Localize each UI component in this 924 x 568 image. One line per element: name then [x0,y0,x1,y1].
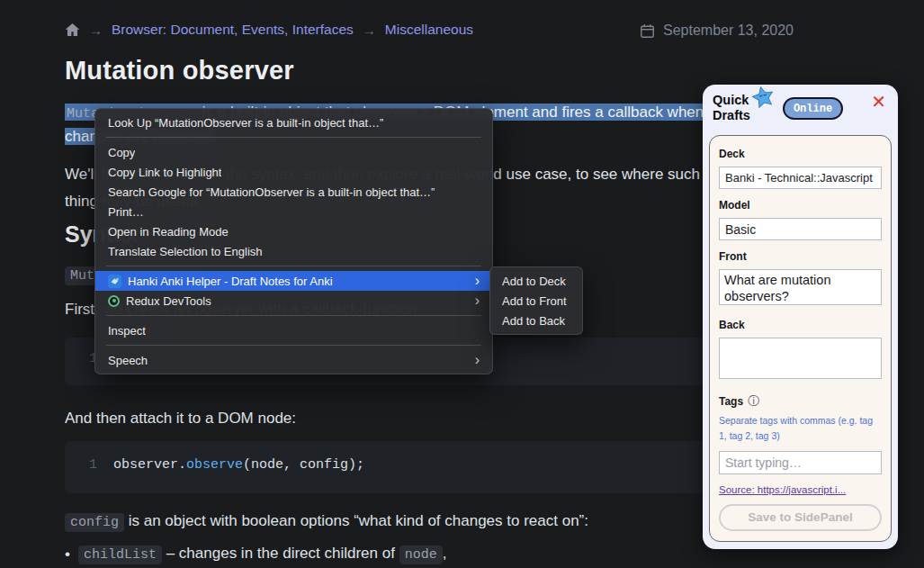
save-to-sidepanel-button[interactable]: Save to SidePanel [719,504,882,531]
quick-drafts-panel: Quick Drafts Online ✕ Deck Model Front W… [703,85,898,549]
menu-item-inspect[interactable]: Inspect [95,320,492,340]
code-line: observer.observe(node, config); [113,457,364,493]
tags-hint: Separate tags with commas (e.g. tag 1, t… [719,413,882,444]
panel-header: Quick Drafts Online ✕ [703,85,898,133]
menu-separator [106,137,481,138]
page: → Browser: Document, Events, Interfaces … [0,0,924,568]
hanki-anki-icon [108,275,121,288]
menu-item-hanki-anki-helper[interactable]: Hanki Anki Helper - Draft Notes for Anki… [95,271,492,291]
breadcrumb-arrow-icon: → [89,23,103,38]
menu-item-open-reading-mode[interactable]: Open in Reading Mode [95,221,492,241]
menu-item-copy[interactable]: Copy [95,142,492,162]
submenu-item-add-to-back[interactable]: Add to Back [490,311,582,330]
model-field[interactable] [719,218,882,240]
menu-item-speech[interactable]: Speech › [95,350,492,370]
bullet-icon: • [65,543,70,566]
chevron-right-icon: › [475,274,480,288]
menu-separator [106,266,481,266]
menu-item-redux-devtools[interactable]: Redux DevTools › [95,291,492,311]
menu-separator [106,345,481,346]
inline-code: node [399,545,443,564]
inline-code: childList [78,545,162,564]
list-item: • childList – changes in the direct chil… [65,542,732,567]
menu-item-search-google[interactable]: Search Google for “MutationObserver is a… [95,182,492,202]
submenu-item-add-to-front[interactable]: Add to Front [490,291,582,311]
front-label: Front [719,250,882,263]
publish-date: September 13, 2020 [640,23,794,39]
submenu-item-add-to-deck[interactable]: Add to Deck [490,271,582,291]
deck-label: Deck [719,148,882,160]
menu-item-look-up[interactable]: Look Up “MutationObserver is a built-in … [95,113,492,132]
context-menu: Look Up “MutationObserver is a built-in … [94,108,493,374]
tags-field[interactable] [719,451,882,474]
redux-devtools-icon [108,295,120,307]
breadcrumb-link-chapter[interactable]: Miscellaneous [385,22,473,38]
breadcrumb-arrow-icon: → [363,23,376,38]
close-icon[interactable]: ✕ [871,93,886,111]
menu-separator [106,315,481,316]
home-icon[interactable] [65,23,80,37]
publish-date-text: September 13, 2020 [663,23,794,39]
menu-item-translate-selection[interactable]: Translate Selection to English [95,241,492,261]
menu-item-print[interactable]: Print… [95,202,492,221]
breadcrumb: → Browser: Document, Events, Interfaces … [65,22,732,38]
calendar-icon [640,23,655,39]
line-number: 1 [77,457,97,493]
page-title: Mutation observer [65,56,732,86]
model-label: Model [719,199,882,212]
back-label: Back [719,319,882,331]
code-block: 1 observer.observe(node, config); [65,441,732,493]
paragraph: config is an object with boolean options… [65,509,732,535]
chevron-right-icon: › [475,293,480,308]
tags-label: Tags [719,395,743,408]
inline-code: config [65,513,124,532]
context-submenu: Add to Deck Add to Front Add to Back [489,266,583,335]
chevron-right-icon: › [475,353,480,367]
back-field[interactable] [719,338,882,379]
menu-item-copy-link-to-highlight[interactable]: Copy Link to Highlight [95,162,492,182]
draft-form: Deck Model Front What are mutation obser… [709,135,892,542]
paragraph: And then attach it to a DOM node: [65,407,732,430]
breadcrumb-link-section[interactable]: Browser: Document, Events, Interfaces [112,22,354,38]
deck-field[interactable] [719,167,882,189]
online-status-badge: Online [783,97,843,120]
source-link[interactable]: Source: https://javascript.i... [719,484,846,495]
info-icon[interactable]: ⓘ [748,393,759,410]
front-field[interactable]: What are mutation observers? [719,269,882,305]
